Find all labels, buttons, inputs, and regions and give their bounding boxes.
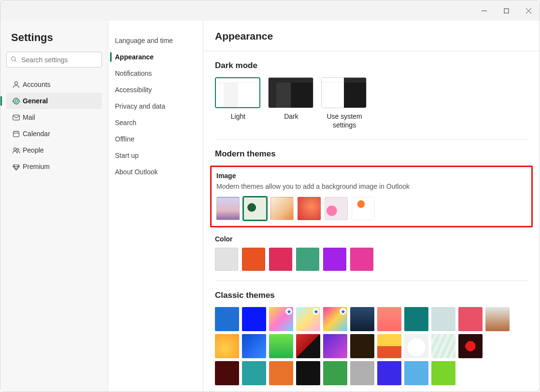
svg-rect-1: [504, 9, 509, 13]
classic-theme-chevron-mint[interactable]: [431, 334, 455, 358]
svg-point-7: [14, 99, 17, 102]
svg-point-4: [12, 57, 15, 61]
classic-theme-indigo[interactable]: [377, 361, 401, 385]
classic-theme-vation[interactable]: [431, 307, 455, 331]
modern-themes-heading: Modern themes: [215, 149, 528, 159]
dark-mode-label: Use system settings: [321, 112, 368, 129]
classic-theme-unicorn[interactable]: ★: [323, 307, 347, 331]
search-settings: [6, 52, 102, 68]
section-dark-mode: Dark mode Light: [215, 51, 528, 139]
classic-theme-dark-red[interactable]: [215, 361, 239, 385]
dark-thumb: [268, 77, 313, 108]
color-swatch-green[interactable]: [296, 248, 319, 271]
sidebar-item-people[interactable]: People: [6, 142, 102, 158]
subnav-item-accessibility[interactable]: Accessibility: [110, 82, 201, 98]
premium-badge-icon: ★: [285, 308, 292, 315]
subnav-item-search[interactable]: Search: [110, 114, 201, 131]
classic-theme-orange-star[interactable]: [215, 334, 239, 358]
theme-thumb-mountain-sunrise[interactable]: [216, 197, 240, 220]
classic-theme-blue-flat[interactable]: [215, 307, 239, 331]
subnav-item-language-time[interactable]: Language and time: [110, 32, 201, 49]
color-swatch-orange[interactable]: [242, 248, 265, 271]
classic-theme-rainbow-sky[interactable]: ★: [269, 307, 293, 331]
classic-theme-blobs-pink[interactable]: [458, 307, 483, 331]
classic-theme-cat[interactable]: [404, 334, 428, 358]
subnav-label: Offline: [115, 135, 134, 143]
theme-thumb-pastel-spheres[interactable]: [325, 197, 348, 220]
dark-mode-option-system[interactable]: Use system settings: [321, 77, 368, 129]
theme-thumb-green-leaves[interactable]: [243, 197, 267, 220]
classic-theme-orange-deep[interactable]: [269, 361, 293, 385]
gear-icon: [9, 97, 23, 105]
classic-theme-sky-blue[interactable]: [404, 361, 428, 385]
color-swatch-magenta[interactable]: [350, 248, 373, 271]
classic-theme-red-black-triangles[interactable]: [296, 334, 320, 358]
image-label: Image: [216, 172, 526, 180]
dark-mode-option-dark[interactable]: Dark: [268, 77, 314, 129]
subnav-label: Accessibility: [115, 86, 152, 94]
sidebar-item-premium[interactable]: Premium: [6, 158, 102, 175]
classic-theme-desert-sunset[interactable]: [377, 307, 401, 331]
subnav-item-notifications[interactable]: Notifications: [110, 65, 201, 82]
classic-theme-teal[interactable]: [242, 361, 266, 385]
premium-badge-icon: ★: [313, 308, 319, 315]
classic-theme-green-mid[interactable]: [323, 361, 347, 385]
color-swatch-grey[interactable]: [215, 248, 238, 271]
classic-theme-blue-crystals[interactable]: [242, 334, 266, 358]
classic-theme-blank3[interactable]: [485, 361, 510, 385]
subnav-item-privacy-data[interactable]: Privacy and data: [110, 98, 201, 114]
classic-theme-grey-mid[interactable]: [350, 361, 374, 385]
svg-rect-9: [13, 131, 19, 137]
classic-theme-blue-bright[interactable]: [242, 307, 266, 331]
calendar-icon: [9, 130, 23, 138]
theme-thumb-autumn-fish[interactable]: [270, 197, 294, 220]
color-swatch-row: [215, 248, 528, 271]
classic-theme-rainbow-light[interactable]: ★: [296, 307, 320, 331]
maximize-button[interactable]: [495, 0, 517, 21]
classic-theme-dark-brown[interactable]: [350, 334, 374, 358]
sidebar-item-mail[interactable]: Mail: [6, 109, 102, 126]
sidebar-item-calendar[interactable]: Calendar: [6, 126, 102, 142]
svg-line-5: [15, 60, 16, 62]
sidebar-item-accounts[interactable]: Accounts: [6, 76, 102, 93]
classic-theme-red-dots[interactable]: [458, 334, 483, 358]
theme-thumb-red-swirl[interactable]: [298, 197, 321, 220]
dark-mode-label: Dark: [268, 112, 314, 121]
classic-theme-purple-sky[interactable]: [323, 334, 347, 358]
content-scroll[interactable]: Dark mode Light: [203, 51, 540, 392]
classic-theme-mountains-night[interactable]: [350, 307, 374, 331]
content-pane: Appearance Dark mode L: [203, 21, 540, 392]
mail-icon: [9, 113, 23, 122]
section-modern-themes: Modern themes Image Modern themes allow …: [215, 139, 528, 280]
color-swatch-pink[interactable]: [269, 248, 292, 271]
svg-point-6: [14, 82, 17, 84]
classic-theme-sailboat[interactable]: [485, 307, 510, 331]
classic-theme-lego-bricks[interactable]: [377, 334, 401, 358]
subnav-item-about[interactable]: About Outlook: [110, 164, 201, 180]
system-thumb: [321, 77, 367, 108]
minimize-button[interactable]: [473, 0, 495, 21]
subnav-item-startup[interactable]: Start up: [110, 147, 201, 164]
subnav-item-offline[interactable]: Offline: [110, 131, 201, 147]
classic-themes-heading: Classic themes: [215, 291, 528, 300]
search-input[interactable]: [6, 52, 102, 68]
sidebar-item-label: Accounts: [23, 81, 51, 88]
classic-theme-green-hills[interactable]: [269, 334, 293, 358]
theme-thumb-koi-fish[interactable]: [352, 197, 375, 220]
secondary-sidebar: Language and time Appearance Notificatio…: [108, 21, 203, 392]
subnav-item-appearance[interactable]: Appearance: [110, 49, 201, 65]
classic-theme-lime[interactable]: [431, 361, 455, 385]
classic-theme-blank[interactable]: [485, 334, 510, 358]
classic-theme-blank2[interactable]: [458, 361, 483, 385]
classic-theme-black[interactable]: [296, 361, 320, 385]
svg-point-13: [14, 148, 16, 150]
dark-mode-label: Light: [215, 112, 261, 121]
dark-mode-option-light[interactable]: Light: [215, 77, 261, 129]
premium-badge-icon: ★: [340, 308, 346, 315]
sidebar-item-label: Calendar: [23, 130, 50, 138]
settings-window: Settings Accounts General Mail: [0, 0, 540, 392]
color-swatch-purple[interactable]: [323, 248, 346, 271]
close-button[interactable]: [517, 0, 540, 21]
sidebar-item-general[interactable]: General: [6, 93, 102, 109]
classic-theme-circuit-teal[interactable]: [404, 307, 428, 331]
